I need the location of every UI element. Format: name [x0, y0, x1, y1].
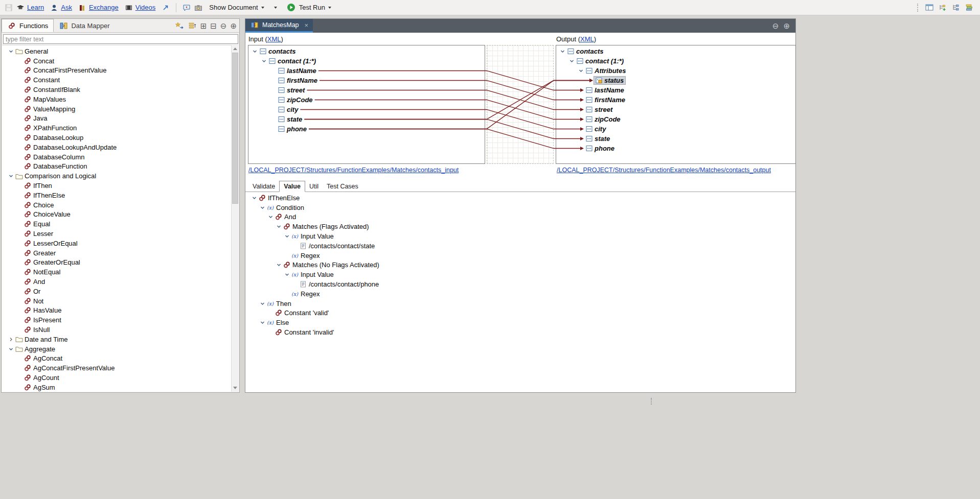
- value-tree-item[interactable]: (x)Input Value: [246, 270, 795, 279]
- function-tree-item[interactable]: Concat: [2, 56, 232, 66]
- function-tree-item[interactable]: Or: [2, 287, 232, 296]
- test-run-button[interactable]: Test Run: [283, 2, 335, 14]
- camera-icon[interactable]: [194, 3, 203, 12]
- expand-all-icon[interactable]: ⊞: [200, 22, 207, 30]
- link-with-editor-icon[interactable]: [175, 21, 184, 30]
- minimize-icon[interactable]: ⊖: [220, 22, 227, 30]
- output-node[interactable]: contacts: [556, 46, 795, 56]
- tab-util[interactable]: Util: [305, 181, 323, 192]
- show-document-dropdown[interactable]: Show Document: [206, 2, 267, 13]
- value-tree-item[interactable]: And: [246, 212, 795, 222]
- sash-handle[interactable]: [651, 398, 652, 405]
- function-tree-item[interactable]: DatabaseColumn: [2, 152, 232, 162]
- function-tree-item[interactable]: Equal: [2, 219, 232, 229]
- chevron-down-icon[interactable]: [250, 195, 258, 201]
- chevron-down-icon[interactable]: [260, 58, 268, 64]
- input-structure-link[interactable]: /LOCAL_PROJECT/Structures/FunctionExampl…: [248, 167, 459, 174]
- videos-link[interactable]: Videos: [135, 4, 156, 11]
- function-tree-item[interactable]: NotEqual: [2, 267, 232, 277]
- chevron-down-icon[interactable]: [7, 48, 15, 54]
- output-node[interactable]: firstName: [556, 95, 795, 105]
- function-tree-item[interactable]: GreaterOrEqual: [2, 258, 232, 268]
- toolbar-grip[interactable]: [917, 4, 918, 12]
- input-node[interactable]: lastName: [248, 66, 485, 76]
- function-tree-item[interactable]: AgConcat: [2, 354, 232, 364]
- window-layout-icon[interactable]: [925, 3, 934, 12]
- value-tree-item[interactable]: Matches (No Flags Activated): [246, 260, 795, 270]
- function-tree-item[interactable]: Greater: [2, 248, 232, 258]
- function-tree-item[interactable]: Comparison and Logical: [2, 171, 232, 181]
- value-tree-item[interactable]: /contacts/contact/phone: [246, 279, 795, 289]
- output-node[interactable]: lastName: [556, 85, 795, 95]
- function-tree-item[interactable]: DatabaseLookup: [2, 133, 232, 142]
- output-node[interactable]: contact (1:*): [556, 56, 795, 66]
- chevron-down-icon[interactable]: [283, 272, 291, 278]
- function-tree-item[interactable]: ValueMapping: [2, 104, 232, 114]
- function-tree-item[interactable]: IsNull: [2, 325, 232, 335]
- output-structure-link[interactable]: /LOCAL_PROJECT/Structures/FunctionExampl…: [557, 167, 771, 174]
- functions-scrollbar[interactable]: [231, 45, 239, 392]
- value-tree-item[interactable]: Constant 'valid': [246, 308, 795, 318]
- add-view-icon[interactable]: [938, 3, 947, 12]
- tab-functions[interactable]: Functions: [2, 19, 54, 32]
- input-node[interactable]: city: [248, 105, 485, 114]
- output-xml-link[interactable]: XML: [580, 35, 594, 43]
- function-tree-item[interactable]: ConcatFirstPresentValue: [2, 66, 232, 76]
- tab-validate[interactable]: Validate: [248, 181, 279, 192]
- tab-value[interactable]: Value: [279, 181, 305, 192]
- function-tree-item[interactable]: IsPresent: [2, 315, 232, 325]
- exchange-link[interactable]: Exchange: [89, 4, 119, 11]
- function-tree-item[interactable]: Aggregate: [2, 344, 232, 354]
- function-tree-item[interactable]: Lesser: [2, 229, 232, 239]
- maximize-icon[interactable]: ⊕: [230, 22, 237, 30]
- input-node[interactable]: phone: [248, 124, 485, 134]
- input-node[interactable]: contact (1:*): [248, 56, 485, 66]
- function-tree-item[interactable]: Constant: [2, 75, 232, 85]
- function-tree-item[interactable]: AgConcatFirstPresentValue: [2, 363, 232, 373]
- output-node[interactable]: street: [556, 105, 795, 114]
- function-tree-item[interactable]: DatabaseLookupAndUpdate: [2, 142, 232, 152]
- function-tree-item[interactable]: And: [2, 277, 232, 287]
- function-tree-item[interactable]: General: [2, 46, 232, 56]
- value-tree-item[interactable]: (x)Else: [246, 318, 795, 327]
- input-node[interactable]: street: [248, 85, 485, 95]
- value-tree-item[interactable]: (x)Condition: [246, 203, 795, 212]
- function-tree-item[interactable]: ChoiceValue: [2, 210, 232, 220]
- external-link-icon[interactable]: [161, 3, 170, 12]
- chevron-down-icon[interactable]: [258, 300, 266, 306]
- chevron-down-icon[interactable]: [558, 49, 566, 55]
- value-tree-item[interactable]: /contacts/contact/state: [246, 241, 795, 251]
- scroll-thumb[interactable]: [232, 53, 238, 204]
- chevron-down-icon[interactable]: [275, 262, 283, 268]
- collapse-all-icon[interactable]: [188, 21, 197, 30]
- value-tree-item[interactable]: (x)Then: [246, 299, 795, 308]
- input-node[interactable]: contacts: [248, 46, 485, 56]
- function-tree-item[interactable]: Choice: [2, 200, 232, 210]
- function-tree-item[interactable]: MapValues: [2, 94, 232, 104]
- save-icon[interactable]: [4, 3, 13, 12]
- input-node[interactable]: state: [248, 114, 485, 124]
- chevron-right-icon[interactable]: [7, 336, 15, 342]
- document-options-dropdown[interactable]: [270, 5, 281, 10]
- input-node[interactable]: zipCode: [248, 95, 485, 105]
- function-tree-item[interactable]: ConstantIfBlank: [2, 85, 232, 94]
- value-tree-item[interactable]: Matches (Flags Activated): [246, 222, 795, 231]
- value-tree-item[interactable]: (x)Input Value: [246, 231, 795, 241]
- tab-matchesmap[interactable]: MatchesMap ×: [245, 19, 313, 33]
- scroll-down-button[interactable]: [232, 384, 239, 392]
- output-node[interactable]: Attributes: [556, 66, 795, 76]
- function-tree-item[interactable]: IfThenElse: [2, 191, 232, 200]
- function-tree-item[interactable]: Not: [2, 296, 232, 306]
- chevron-down-icon[interactable]: [7, 173, 15, 179]
- speech-bubble-icon[interactable]: [182, 3, 191, 12]
- chevron-down-icon[interactable]: [258, 320, 266, 326]
- scroll-up-button[interactable]: [232, 45, 239, 53]
- input-xml-link[interactable]: XML: [267, 35, 281, 43]
- chevron-down-icon[interactable]: [283, 233, 291, 240]
- chevron-down-icon[interactable]: [567, 58, 576, 64]
- function-tree-item[interactable]: AgSum: [2, 383, 232, 392]
- function-tree-item[interactable]: DatabaseFunction: [2, 162, 232, 172]
- chevron-down-icon[interactable]: [7, 346, 15, 352]
- chevron-down-icon[interactable]: [577, 68, 585, 74]
- output-node[interactable]: zipCode: [556, 114, 795, 124]
